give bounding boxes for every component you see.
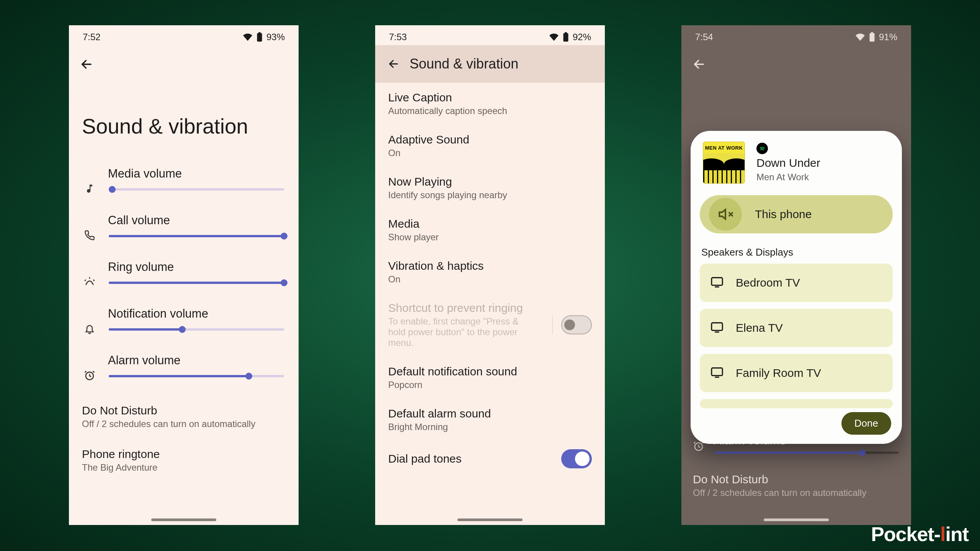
shortcut-ring-label: Shortcut to prevent ringing xyxy=(388,302,540,315)
svg-rect-3 xyxy=(563,33,568,42)
media-sub: Show player xyxy=(388,232,592,243)
now-playing-label: Now Playing xyxy=(388,175,592,188)
svg-rect-1 xyxy=(258,32,260,34)
gesture-bar[interactable] xyxy=(764,518,829,521)
battery-icon xyxy=(563,32,569,42)
screenshot-3: 7:54 91% Alarm volume D xyxy=(681,25,911,525)
bell-icon xyxy=(83,316,96,341)
spotify-icon xyxy=(756,143,768,154)
battery-percent: 92% xyxy=(573,32,591,42)
device-label: Elena TV xyxy=(736,321,783,334)
vibration-label: Vibration & haptics xyxy=(388,259,592,272)
svg-rect-6 xyxy=(871,32,873,34)
device-peek[interactable] xyxy=(700,399,893,408)
shortcut-ring-toggle xyxy=(561,315,592,334)
alarm-sound-label: Default alarm sound xyxy=(388,407,592,420)
media-row[interactable]: Media Show player xyxy=(375,209,605,251)
battery-icon xyxy=(256,32,263,42)
status-bar: 7:52 93% xyxy=(69,25,299,45)
shortcut-ring-row: Shortcut to prevent ringing To enable, f… xyxy=(375,293,605,357)
wifi-icon xyxy=(549,33,559,41)
svg-rect-9 xyxy=(712,278,722,285)
section-speakers: Speakers & Displays xyxy=(700,245,893,264)
ringtone-row[interactable]: Phone ringtone The Big Adventure xyxy=(69,439,299,482)
alarm-sound-row[interactable]: Default alarm sound Bright Morning xyxy=(375,399,605,441)
media-volume-slider[interactable] xyxy=(109,188,284,191)
watermark: Pocket-lint xyxy=(871,523,969,546)
media-output-sheet: MEN AT WORK Down Under Men At Work This … xyxy=(691,131,902,444)
device-label: Family Room TV xyxy=(736,367,821,380)
notification-sound-row[interactable]: Default notification sound Popcorn xyxy=(375,357,605,399)
vibration-row[interactable]: Vibration & haptics On xyxy=(375,251,605,293)
adaptive-sound-sub: On xyxy=(388,148,592,158)
alarm-volume-label: Alarm volume xyxy=(108,354,285,367)
dnd-label: Do Not Disturb xyxy=(82,404,286,417)
dial-pad-tones-label: Dial pad tones xyxy=(388,452,540,465)
svg-rect-0 xyxy=(257,33,262,42)
notification-volume-row[interactable]: Notification volume xyxy=(69,302,299,348)
gesture-bar[interactable] xyxy=(457,518,523,521)
ring-volume-slider[interactable] xyxy=(109,282,284,284)
dnd-row[interactable]: Do Not Disturb Off / 2 schedules can tur… xyxy=(69,395,299,439)
svg-rect-4 xyxy=(565,32,567,34)
now-playing-row[interactable]: Now Playing Identify songs playing nearb… xyxy=(375,167,605,209)
page-title: Sound & vibration xyxy=(69,80,299,161)
tv-icon xyxy=(710,276,724,290)
ring-volume-label: Ring volume xyxy=(108,260,285,274)
tv-icon xyxy=(710,366,724,380)
svg-rect-5 xyxy=(869,33,874,42)
battery-percent: 91% xyxy=(879,32,897,42)
bg-dnd-sub: Off / 2 schedules can turn on automatica… xyxy=(693,487,900,498)
back-button[interactable] xyxy=(691,57,707,72)
adaptive-sound-label: Adaptive Sound xyxy=(388,133,592,146)
gesture-bar[interactable] xyxy=(151,518,216,521)
status-time: 7:53 xyxy=(389,32,407,42)
shortcut-ring-sub: To enable, first change "Press & hold po… xyxy=(388,316,526,348)
this-phone-output[interactable]: This phone xyxy=(700,195,893,233)
ringtone-label: Phone ringtone xyxy=(82,448,286,461)
wifi-icon xyxy=(243,33,253,41)
media-volume-label: Media volume xyxy=(108,167,285,181)
screenshot-1: 7:52 93% Sound & vibration Media volume xyxy=(69,25,299,525)
bg-dnd-row: Do Not Disturb Off / 2 schedules can tur… xyxy=(693,473,900,498)
bg-dnd-label: Do Not Disturb xyxy=(693,473,900,486)
live-caption-label: Live Caption xyxy=(388,91,592,104)
track-artist: Men At Work xyxy=(756,172,820,183)
live-caption-sub: Automatically caption speech xyxy=(388,106,592,116)
ring-volume-row[interactable]: Ring volume xyxy=(69,255,299,302)
dial-pad-tones-toggle[interactable] xyxy=(561,449,592,468)
this-phone-label: This phone xyxy=(755,208,812,221)
svg-rect-10 xyxy=(712,323,722,331)
call-volume-row[interactable]: Call volume xyxy=(69,208,299,255)
live-caption-row[interactable]: Live Caption Automatically caption speec… xyxy=(375,83,605,125)
vibration-sub: On xyxy=(388,274,592,285)
header xyxy=(681,45,911,80)
ring-icon xyxy=(83,269,96,295)
album-art: MEN AT WORK xyxy=(703,142,745,184)
music-note-icon xyxy=(83,176,96,201)
wifi-icon xyxy=(855,33,865,41)
notification-sound-label: Default notification sound xyxy=(388,365,592,378)
bg-alarm-slider xyxy=(714,452,899,454)
status-bar: 7:53 92% xyxy=(375,25,605,45)
device-family-room-tv[interactable]: Family Room TV xyxy=(700,354,893,392)
header xyxy=(69,45,299,80)
dial-pad-tones-row[interactable]: Dial pad tones xyxy=(375,441,605,477)
status-bar: 7:54 91% xyxy=(681,25,911,45)
done-button[interactable]: Done xyxy=(841,412,891,435)
alarm-volume-row[interactable]: Alarm volume xyxy=(69,348,299,395)
back-button[interactable] xyxy=(79,57,94,72)
page-title: Sound & vibration xyxy=(410,56,518,72)
screenshot-2: 7:53 92% Sound & vibration Live Caption … xyxy=(375,25,605,525)
device-elena-tv[interactable]: Elena TV xyxy=(700,309,893,347)
call-volume-slider[interactable] xyxy=(109,235,284,237)
media-volume-row[interactable]: Media volume xyxy=(69,161,299,208)
adaptive-sound-row[interactable]: Adaptive Sound On xyxy=(375,125,605,167)
phone-icon xyxy=(83,223,96,248)
alarm-volume-slider[interactable] xyxy=(109,375,284,377)
device-bedroom-tv[interactable]: Bedroom TV xyxy=(700,264,893,302)
tv-icon xyxy=(710,321,724,335)
notification-volume-slider[interactable] xyxy=(109,328,284,331)
battery-percent: 93% xyxy=(266,32,285,42)
back-button[interactable] xyxy=(386,56,401,72)
